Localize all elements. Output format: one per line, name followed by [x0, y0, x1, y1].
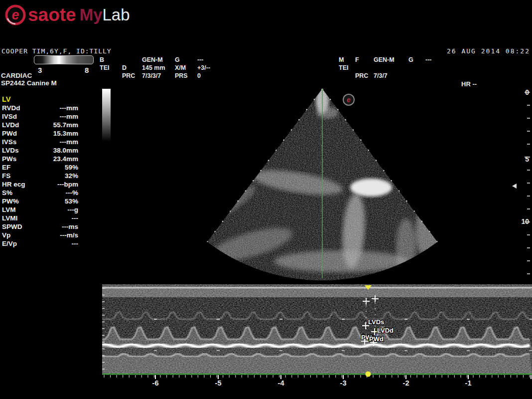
measurement-value: ---mm: [60, 104, 79, 113]
esaote-e-icon: e: [4, 3, 27, 26]
measurement-label: IVSs: [2, 138, 16, 147]
measurement-value: ---g: [67, 206, 78, 214]
depth-ruler: [523, 85, 532, 284]
svg-text:e: e: [347, 96, 351, 104]
m-tei-label: TEI: [339, 64, 355, 72]
b-g-label: G: [175, 56, 197, 64]
b-xm-value: +3/--: [197, 64, 226, 72]
time-axis-label: -3: [335, 379, 352, 387]
b-mode-image: e: [102, 84, 532, 285]
measurement-value: 15.3mm: [53, 130, 78, 138]
measurement-value: ---m/s: [60, 231, 78, 240]
measurement-value: ---bpm: [57, 181, 78, 189]
time-axis-label: -1: [460, 379, 477, 387]
time-axis-label: -6: [147, 379, 164, 387]
time-axis-label: -4: [272, 379, 289, 387]
measurement-label: FS: [2, 172, 10, 181]
measurement-row: IVSd---mm: [2, 113, 78, 121]
b-prc-value: 7/3/3/7: [142, 72, 175, 80]
measurement-label: IVSd: [2, 113, 17, 121]
caliper-label-lvdd: LVDd: [377, 327, 394, 334]
measurement-group-title: LV: [2, 95, 78, 104]
measurement-value: ---: [72, 214, 79, 223]
measurement-label: Vp: [2, 231, 10, 240]
measurement-row: SPWD---ms: [2, 223, 78, 231]
gray-map-bar: [34, 55, 94, 64]
measurement-value: 59%: [65, 164, 78, 172]
m-prc-value: 7/3/7: [374, 72, 408, 80]
measurement-value: 32%: [65, 172, 78, 181]
m-g-label: G: [408, 56, 425, 64]
measurement-row: LVDd55.7mm: [2, 121, 78, 130]
measurement-row: S%---%: [2, 189, 78, 198]
measurement-label: PWd: [2, 130, 17, 138]
measurement-value: 55.7mm: [53, 121, 78, 130]
focus-marker-icon[interactable]: [512, 184, 517, 189]
measurement-row: LVMI---: [2, 214, 78, 223]
b-depth-value: 145 mm: [142, 64, 175, 72]
measurement-label: HR ecg: [2, 181, 25, 189]
measurement-row: E/Vp---: [2, 240, 78, 248]
m-mode-params: M F GEN-M G --- TEI PRC 7/3/7: [339, 56, 445, 80]
ultrasound-screen: e saote My Lab COOPER TIM,6Y,F, ID:TILLY…: [0, 0, 532, 399]
measurement-value: ---: [72, 240, 79, 248]
sweep-marker-dot[interactable]: [366, 372, 371, 377]
measurement-label: S%: [2, 189, 12, 198]
datetime: 26 AUG 2014 08:22: [401, 47, 530, 55]
measurement-label: PW%: [2, 198, 19, 206]
measurement-value: 53%: [65, 198, 78, 206]
measurement-row: PWd15.3mm: [2, 130, 78, 138]
preset-application: CARDIAC: [1, 72, 32, 79]
b-prc-label: PRC: [122, 72, 142, 80]
m-gen-label: GEN-M: [374, 56, 408, 64]
logo-saote-text: saote: [28, 4, 76, 25]
time-axis-label: -5: [210, 379, 227, 387]
esaote-mylab-logo: e saote My Lab: [4, 3, 130, 27]
b-prs-value: 0: [197, 72, 226, 80]
b-tei-label: TEI: [100, 64, 122, 72]
measurement-row: PW%53%: [2, 198, 78, 206]
b-gen-label: GEN-M: [142, 56, 175, 64]
time-axis-label: -2: [398, 379, 414, 387]
measurement-label: EF: [2, 164, 10, 172]
measurement-value: 23.4mm: [53, 155, 78, 164]
measurement-value: ---ms: [62, 223, 78, 231]
measurement-label: LVDd: [2, 121, 19, 130]
measurement-row: PWs23.4mm: [2, 155, 78, 164]
measurement-row: LVM---g: [2, 206, 78, 214]
logo-e-letter: e: [11, 7, 19, 22]
depth-label-5: 5: [514, 155, 529, 163]
measurement-list: RVDd---mmIVSd---mmLVDd55.7mmPWd15.3mmIVS…: [2, 104, 78, 248]
measurement-label: RVDd: [2, 104, 20, 113]
measurement-label: LVDs: [2, 147, 19, 155]
m-g-value: ---: [425, 56, 445, 64]
caliper-label-pwd: PWd: [369, 335, 384, 343]
b-mode-label: B: [100, 56, 122, 64]
b-xm-label: X/M: [175, 64, 197, 72]
measurement-panel: LV RVDd---mmIVSd---mmLVDd55.7mmPWd15.3mm…: [2, 95, 78, 248]
measurement-value: ---%: [66, 189, 79, 198]
b-g-value: ---: [197, 56, 226, 64]
b-prs-label: PRS: [175, 72, 197, 80]
measurement-label: PWs: [2, 155, 16, 164]
preset-probe: SP2442 Canine M: [1, 79, 57, 87]
b-d-label: D: [122, 64, 142, 72]
b-mode-params: B GEN-M G --- TEI D 145 mm X/M +3/-- PRC…: [100, 56, 226, 80]
logo-lab-text: Lab: [103, 5, 130, 24]
measurement-label: SPWD: [2, 223, 22, 231]
m-mode-label: M: [339, 56, 355, 64]
logo-my-text: My: [80, 5, 103, 24]
measurement-row: FS32%: [2, 172, 78, 181]
caliper-label-lvds: LVDs: [368, 318, 384, 326]
measurement-row: HR ecg---bpm: [2, 181, 78, 189]
sector-echo-texture: [102, 84, 532, 285]
m-f-label: F: [355, 56, 374, 64]
measurement-row: RVDd---mm: [2, 104, 78, 113]
measurement-value: ---mm: [60, 138, 79, 147]
measurement-row: LVDs38.0mm: [2, 147, 78, 155]
esaote-watermark-icon: e: [343, 94, 354, 105]
m-mode-image: LVDs LVDd PWs PWd: [102, 284, 532, 380]
measurement-value: ---mm: [60, 113, 79, 121]
measurement-row: Vp---m/s: [2, 231, 78, 240]
gray-map-max: 8: [85, 66, 89, 74]
